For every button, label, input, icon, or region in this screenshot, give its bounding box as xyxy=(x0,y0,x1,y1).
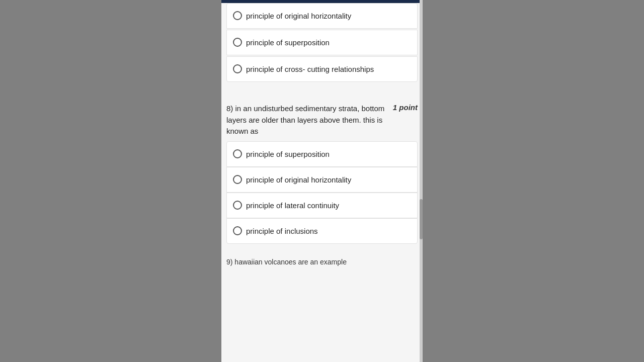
question9-hint: 9) hawaiian volcanoes are an example xyxy=(221,254,423,270)
content-area: principle of original horizontality prin… xyxy=(221,3,423,362)
question8-number: 8) xyxy=(226,104,235,113)
question9-number: 9) xyxy=(226,258,232,266)
radio-q8-3[interactable] xyxy=(233,201,242,210)
q7-option-2[interactable]: principle of superposition xyxy=(226,30,418,55)
question7-options: principle of original horizontality prin… xyxy=(221,3,423,83)
q8-option-2[interactable]: principle of original horizontality xyxy=(226,167,418,193)
question8-text: 8) in an undisturbed sedimentary strata,… xyxy=(226,103,393,137)
left-panel xyxy=(0,0,221,362)
q7-option-1-text: principle of original horizontality xyxy=(246,11,351,21)
radio-q7-2[interactable] xyxy=(233,38,242,47)
right-panel xyxy=(423,0,644,362)
question8-points: 1 point xyxy=(393,103,418,112)
radio-q8-1[interactable] xyxy=(233,149,242,158)
q7-option-3[interactable]: principle of cross- cutting relationship… xyxy=(226,56,418,82)
scrollbar-thumb[interactable] xyxy=(420,199,423,239)
question8-body: in an undisturbed sedimentary strata, bo… xyxy=(226,104,384,135)
q8-option-3-text: principle of lateral continuity xyxy=(246,200,339,211)
q8-option-2-text: principle of original horizontality xyxy=(246,174,351,185)
question8-options: principle of superposition principle of … xyxy=(221,141,423,244)
center-panel: principle of original horizontality prin… xyxy=(221,0,423,362)
scrollbar[interactable] xyxy=(420,0,423,362)
q8-option-4[interactable]: principle of inclusions xyxy=(226,218,418,244)
q7-option-2-text: principle of superposition xyxy=(246,37,330,48)
question8-section: 8) in an undisturbed sedimentary strata,… xyxy=(221,93,423,141)
divider-space xyxy=(221,83,423,93)
radio-q8-4[interactable] xyxy=(233,226,242,235)
q8-option-3[interactable]: principle of lateral continuity xyxy=(226,193,418,218)
q8-option-1-text: principle of superposition xyxy=(246,149,330,159)
radio-q7-3[interactable] xyxy=(233,64,242,73)
radio-q7-1[interactable] xyxy=(233,11,242,20)
divider-space-2 xyxy=(221,244,423,254)
q7-option-3-text: principle of cross- cutting relationship… xyxy=(246,64,374,74)
question9-text: hawaiian volcanoes are an example xyxy=(234,258,347,266)
page-container: principle of original horizontality prin… xyxy=(0,0,644,362)
radio-q8-2[interactable] xyxy=(233,175,242,184)
q8-option-1[interactable]: principle of superposition xyxy=(226,141,418,167)
q7-option-1[interactable]: principle of original horizontality xyxy=(226,3,418,29)
q8-option-4-text: principle of inclusions xyxy=(246,226,318,236)
